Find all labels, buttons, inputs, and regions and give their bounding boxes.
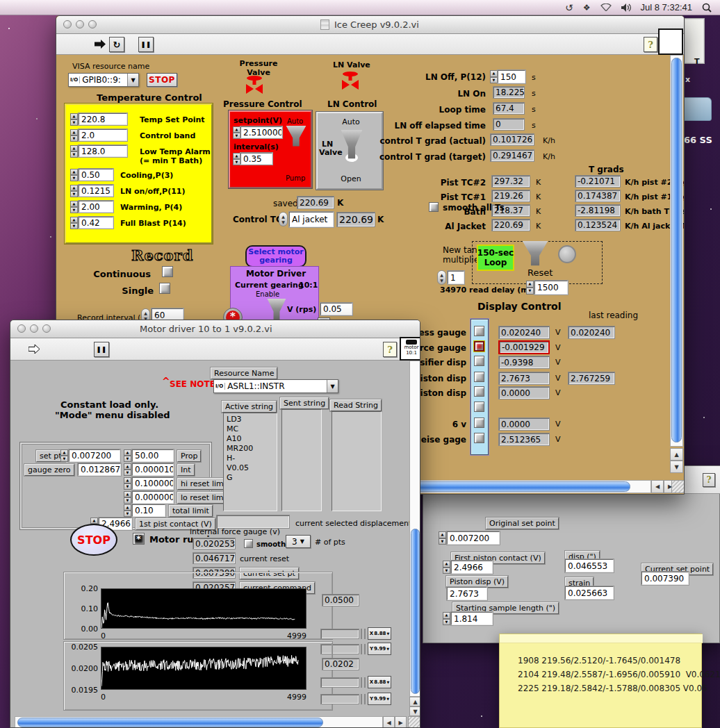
num-pts-dropdown[interactable]: 3▼ bbox=[286, 535, 311, 548]
minimize-button[interactable] bbox=[30, 324, 38, 333]
int-spinner[interactable]: ▲▼ bbox=[124, 463, 131, 476]
resource-name-combo[interactable]: I/O ASRL1::INSTR ▼ bbox=[213, 379, 338, 393]
stop-button[interactable]: STOP bbox=[70, 524, 117, 556]
hi-reset-spinner[interactable]: ▲▼ bbox=[124, 477, 131, 490]
lo-reset-field[interactable]: 0.000000 bbox=[132, 491, 174, 504]
display-checkbox-intensifier[interactable] bbox=[474, 356, 484, 366]
run-arrow-icon[interactable] bbox=[28, 345, 40, 354]
scroll-left-arrow[interactable]: ◀ bbox=[651, 480, 664, 493]
hi-reset-field[interactable]: 0.100000 bbox=[132, 477, 174, 490]
scroll-down-arrow[interactable]: ▼ bbox=[670, 461, 683, 473]
close-button[interactable] bbox=[17, 324, 26, 333]
interval-field[interactable]: 0.35 bbox=[240, 153, 272, 165]
chevron-down-icon[interactable]: ▼ bbox=[127, 74, 138, 86]
prop-field[interactable]: 50.00 bbox=[132, 449, 174, 462]
read-delay-spinner[interactable]: ▲▼ bbox=[526, 281, 534, 295]
low-temp-alarm-spinner[interactable]: ▲▼ bbox=[70, 145, 78, 157]
select-motor-gearing-button[interactable]: Select motor gearing bbox=[245, 245, 306, 267]
display-checkbox-piston1[interactable] bbox=[474, 372, 484, 382]
bluetooth-icon[interactable]: ❖ bbox=[583, 3, 591, 13]
wifi-icon[interactable] bbox=[600, 3, 612, 11]
original-set-point-field[interactable]: 0.007200 bbox=[447, 531, 500, 545]
chart1-yscale-button[interactable]: Y9.99▼ bbox=[368, 643, 391, 655]
read-delay-field[interactable]: 1500 bbox=[534, 281, 568, 295]
full-blast-spinner[interactable]: ▲▼ bbox=[70, 217, 78, 229]
scroll-down-arrow[interactable]: ▼ bbox=[409, 706, 420, 716]
enable-switch[interactable] bbox=[267, 299, 286, 321]
lo-reset-spinner[interactable]: ▲▼ bbox=[124, 491, 131, 504]
control-band-spinner[interactable]: ▲▼ bbox=[70, 129, 78, 141]
first-piston-contact-spinner[interactable]: ▲▼ bbox=[443, 561, 450, 574]
help-button[interactable]: ? bbox=[703, 473, 715, 487]
chart2-yscale-button[interactable]: Y9.99▼ bbox=[368, 693, 391, 705]
chart1-xscale-button[interactable]: X8.88▼ bbox=[368, 627, 391, 640]
volume-icon[interactable] bbox=[621, 3, 631, 12]
vertical-scrollbar-thumb[interactable] bbox=[671, 58, 682, 442]
warming-field[interactable]: 2.00 bbox=[79, 201, 113, 213]
help-button[interactable]: ? bbox=[383, 342, 397, 357]
new-tank-multiplier-field[interactable]: 1 bbox=[448, 271, 464, 284]
palette-grip[interactable] bbox=[361, 677, 366, 688]
help-button[interactable]: ? bbox=[644, 37, 657, 52]
chevron-down-icon[interactable]: ▼ bbox=[327, 380, 338, 392]
first-piston-contact-field[interactable]: 2.4966 bbox=[451, 561, 493, 574]
temp-set-point-spinner[interactable]: ▲▼ bbox=[70, 113, 78, 125]
continuous-checkbox[interactable] bbox=[162, 266, 173, 277]
pause-button[interactable]: ❚❚ bbox=[138, 37, 154, 52]
ln-off-spinner[interactable]: ▲▼ bbox=[490, 70, 498, 83]
read-string-list[interactable] bbox=[332, 411, 382, 511]
display-checkbox-piston2[interactable] bbox=[474, 386, 484, 397]
palette-grip[interactable] bbox=[361, 694, 366, 704]
setpoint-field[interactable]: 2.510000 bbox=[240, 126, 282, 138]
scroll-up-arrow[interactable]: ▲ bbox=[670, 448, 683, 461]
pause-button[interactable]: ❚❚ bbox=[94, 342, 109, 357]
interval-spinner[interactable]: ▲▼ bbox=[233, 153, 240, 165]
chart2-xscale-button[interactable]: X8.88▼ bbox=[368, 676, 391, 688]
display-checkbox-force[interactable] bbox=[474, 341, 484, 351]
run-arrow-icon[interactable] bbox=[95, 40, 106, 49]
gauge-zero-field[interactable]: 0.012867 bbox=[78, 463, 121, 476]
full-blast-field[interactable]: 0.42 bbox=[79, 217, 113, 229]
minimize-button[interactable] bbox=[76, 20, 84, 28]
display-checkbox-spare[interactable] bbox=[474, 402, 484, 412]
cooling-field[interactable]: 0.50 bbox=[79, 169, 113, 181]
total-limit-field[interactable]: 0.10 bbox=[132, 504, 165, 517]
smooth-checkbox[interactable] bbox=[244, 539, 253, 548]
palette-grip[interactable] bbox=[361, 629, 366, 639]
set-pt-spinner[interactable]: ▲▼ bbox=[60, 449, 68, 462]
sticky-note-header[interactable] bbox=[500, 634, 703, 643]
ln-off-field[interactable]: 150 bbox=[498, 70, 525, 83]
display-checkbox-heise[interactable] bbox=[474, 433, 484, 443]
scroll-up-arrow[interactable]: ▲ bbox=[409, 697, 420, 706]
starting-sample-length-spinner[interactable]: ▲▼ bbox=[443, 612, 450, 625]
low-temp-alarm-field[interactable]: 128.0 bbox=[79, 145, 127, 157]
pressure-auto-switch[interactable] bbox=[286, 126, 306, 147]
palette-grip[interactable] bbox=[361, 644, 366, 654]
new-tank-multiplier-spinner[interactable]: ▲▼ bbox=[437, 270, 446, 285]
sent-string-list[interactable] bbox=[281, 409, 322, 511]
display-checkbox-6v[interactable] bbox=[474, 417, 484, 428]
loop-150s-button[interactable]: 150-sec Loop bbox=[477, 245, 514, 271]
vertical-scrollbar-thumb[interactable] bbox=[411, 529, 420, 694]
control-tc-spinner[interactable]: ▲▼ bbox=[279, 212, 288, 226]
starting-sample-length-field[interactable]: 1.814 bbox=[451, 612, 493, 625]
menu-bar-clock[interactable]: Jul 8 7:32:41 bbox=[641, 2, 692, 13]
visa-resource-combo[interactable]: I/O GPIB0::9: ▼ bbox=[68, 73, 139, 87]
active-string-list[interactable]: LD3MCA10MR200H-V0.05G bbox=[223, 413, 277, 511]
prop-spinner[interactable]: ▲▼ bbox=[124, 449, 131, 462]
setpoint-spinner[interactable]: ▲▼ bbox=[233, 126, 240, 138]
set-pt-field[interactable]: 0.007200 bbox=[69, 449, 120, 462]
resize-grip[interactable] bbox=[408, 716, 420, 728]
horizontal-scrollbar-thumb[interactable] bbox=[17, 718, 323, 727]
scroll-left-arrow[interactable]: ◀ bbox=[383, 716, 395, 728]
scroll-right-arrow[interactable]: ▶ bbox=[395, 716, 407, 728]
cooling-spinner[interactable]: ▲▼ bbox=[70, 169, 78, 181]
zoom-button[interactable] bbox=[42, 324, 51, 333]
temp-set-point-field[interactable]: 220.8 bbox=[79, 113, 127, 125]
ln-onoff-spinner[interactable]: ▲▼ bbox=[70, 185, 78, 197]
single-checkbox[interactable] bbox=[159, 283, 170, 294]
reset-button[interactable] bbox=[558, 245, 576, 263]
run-continuous-button[interactable]: ↻ bbox=[109, 37, 124, 52]
ln-onoff-field[interactable]: 0.1215 bbox=[79, 185, 113, 197]
warming-spinner[interactable]: ▲▼ bbox=[70, 201, 78, 213]
